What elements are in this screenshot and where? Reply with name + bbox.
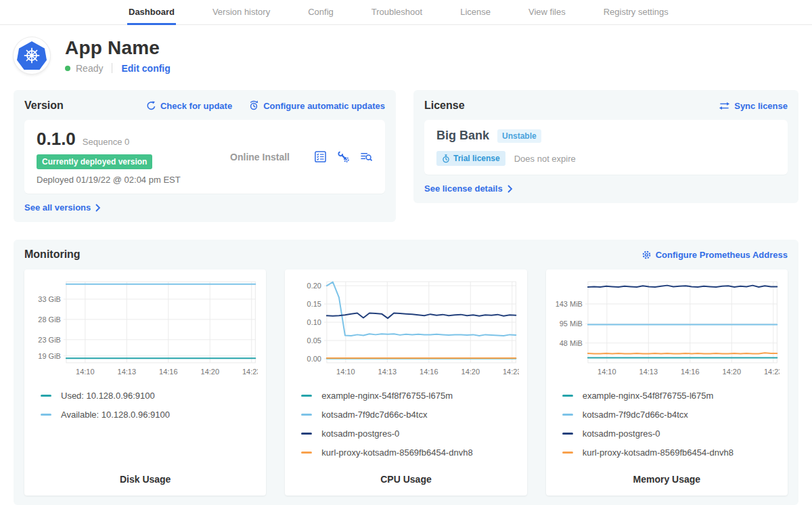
license-name-row: Big Bank Unstable — [436, 129, 775, 143]
legend-color-dash — [562, 395, 573, 397]
tab-view-files[interactable]: View files — [527, 0, 567, 25]
tab-troubleshoot[interactable]: Troubleshoot — [370, 0, 424, 25]
customer-name: Big Bank — [436, 129, 489, 143]
chevron-right-icon — [95, 204, 101, 212]
memory-usage-plot: 14:1014:1314:1614:2014:2348 MiB95 MiB143… — [554, 278, 780, 380]
svg-text:14:23: 14:23 — [503, 368, 518, 376]
svg-text:14:10: 14:10 — [597, 368, 616, 376]
legend-color-dash — [301, 452, 312, 454]
chevron-right-icon — [508, 185, 513, 193]
cpu-usage-card: 14:1014:1314:1614:2014:230.000.050.100.1… — [285, 269, 526, 496]
charts-row: 14:1014:1314:1614:2014:2319 GiB23 GiB28 … — [24, 269, 788, 496]
version-card-header: Version Check for update — [24, 100, 385, 112]
memory-usage-title: Memory Usage — [554, 468, 780, 489]
cpu-usage-chart: 14:1014:1314:1614:2014:230.000.050.100.1… — [293, 278, 518, 380]
svg-text:48 MiB: 48 MiB — [559, 339, 582, 347]
svg-text:14:16: 14:16 — [159, 368, 177, 376]
memory-usage-chart: 14:1014:1314:1614:2014:2348 MiB95 MiB143… — [554, 278, 780, 380]
disk-usage-card: 14:1014:1314:1614:2014:2319 GiB23 GiB28 … — [24, 269, 266, 496]
configure-automatic-updates-link[interactable]: Configure automatic updates — [248, 100, 385, 111]
check-for-update-link[interactable]: Check for update — [146, 101, 232, 111]
deploy-logs-icon[interactable] — [360, 150, 373, 163]
legend-label: kotsadm-postgres-0 — [583, 429, 660, 439]
kubernetes-heptagon-icon — [17, 41, 47, 70]
edit-config-link[interactable]: Edit config — [121, 63, 170, 74]
see-license-details-link[interactable]: See license details — [424, 183, 513, 194]
legend-item: kotsadm-7f9dc7d66c-b4tcx — [301, 410, 518, 420]
legend-color-dash — [562, 452, 573, 454]
version-info: 0.1.0 Sequence 0 Currently deployed vers… — [37, 129, 206, 185]
license-title: License — [424, 100, 465, 112]
svg-text:0.05: 0.05 — [307, 336, 321, 345]
svg-text:95 MiB: 95 MiB — [559, 320, 582, 328]
svg-text:14:16: 14:16 — [420, 368, 438, 376]
top-tab-bar: Dashboard Version history Config Trouble… — [0, 0, 812, 25]
svg-text:14:10: 14:10 — [76, 368, 94, 376]
disk-usage-plot: 14:1014:1314:1614:2014:2319 GiB23 GiB28 … — [32, 278, 258, 380]
tab-version-history[interactable]: Version history — [211, 0, 271, 25]
tab-registry-settings[interactable]: Registry settings — [602, 0, 670, 25]
version-action-icons — [314, 150, 373, 163]
legend-item: kotsadm-postgres-0 — [301, 429, 518, 439]
cpu-usage-title: CPU Usage — [293, 468, 518, 489]
monitoring-title: Monitoring — [24, 248, 81, 261]
disk-usage-legend: Used: 10.128.0.96:9100Available: 10.128.… — [32, 391, 258, 420]
legend-label: kotsadm-7f9dc7d66c-b4tcx — [321, 410, 427, 420]
trial-license-label: Trial license — [453, 154, 500, 163]
configure-prometheus-link[interactable]: Configure Prometheus Address — [641, 250, 788, 260]
memory-usage-card: 14:1014:1314:1614:2014:2348 MiB95 MiB143… — [546, 269, 788, 496]
sync-license-link[interactable]: Sync license — [719, 101, 788, 111]
svg-text:14:10: 14:10 — [336, 368, 355, 376]
svg-text:14:13: 14:13 — [118, 368, 136, 376]
svg-text:14:20: 14:20 — [722, 368, 740, 376]
status-dot-icon — [65, 66, 70, 71]
legend-label: kurl-proxy-kotsadm-8569fb6454-dnvh8 — [321, 447, 472, 458]
legend-color-dash — [562, 433, 573, 435]
version-number-row: 0.1.0 Sequence 0 — [37, 129, 206, 150]
legend-item: Available: 10.128.0.96:9100 — [41, 410, 258, 420]
monitoring-section: Monitoring Configure Prometheus Address … — [14, 240, 798, 505]
status-label: Ready — [76, 63, 103, 74]
gear-icon — [641, 250, 652, 260]
legend-color-dash — [562, 414, 573, 416]
legend-item: kotsadm-7f9dc7d66c-b4tcx — [562, 410, 780, 420]
legend-color-dash — [41, 414, 51, 416]
svg-text:14:23: 14:23 — [242, 368, 258, 376]
disk-usage-chart: 14:1014:1314:1614:2014:2319 GiB23 GiB28 … — [32, 278, 258, 380]
tab-license[interactable]: License — [459, 0, 492, 25]
svg-text:14:16: 14:16 — [681, 368, 699, 376]
legend-color-dash — [41, 395, 51, 397]
legend-item: example-nginx-54f8f76755-l675m — [562, 391, 780, 401]
divider — [112, 63, 112, 73]
helm-wheel-icon — [22, 45, 42, 66]
legend-item: kurl-proxy-kotsadm-8569fb6454-dnvh8 — [562, 447, 780, 458]
sync-license-label: Sync license — [734, 101, 788, 111]
kots-dashboard-page: Dashboard Version history Config Trouble… — [0, 0, 812, 505]
version-header-links: Check for update Configure automatic upd… — [146, 100, 385, 111]
config-wrench-gear-icon[interactable] — [337, 150, 350, 163]
cpu-usage-legend: example-nginx-54f8f76755-l675mkotsadm-7f… — [293, 391, 518, 458]
legend-label: kotsadm-7f9dc7d66c-b4tcx — [583, 410, 688, 420]
legend-item: kotsadm-postgres-0 — [562, 429, 780, 439]
trial-license-badge: Trial license — [436, 151, 505, 166]
refresh-icon — [146, 101, 156, 111]
see-all-versions-link[interactable]: See all versions — [24, 202, 101, 213]
sync-icon — [719, 102, 730, 110]
version-title: Version — [24, 100, 64, 112]
version-number: 0.1.0 — [37, 129, 76, 150]
preflight-checks-icon[interactable] — [314, 150, 327, 163]
currently-deployed-badge: Currently deployed version — [37, 154, 152, 169]
tab-dashboard[interactable]: Dashboard — [127, 0, 176, 25]
cpu-usage-plot: 14:1014:1314:1614:2014:230.000.050.100.1… — [293, 278, 518, 380]
license-card: License Sync license Big Bank Unstable — [413, 90, 798, 203]
app-status-row: Ready Edit config — [65, 63, 171, 74]
legend-item: Used: 10.128.0.96:9100 — [41, 391, 258, 401]
tab-config[interactable]: Config — [307, 0, 335, 25]
legend-color-dash — [301, 395, 312, 397]
svg-text:14:23: 14:23 — [764, 368, 780, 376]
disk-usage-title: Disk Usage — [32, 468, 258, 489]
clock-refresh-icon — [248, 100, 259, 111]
cards-row: Version Check for update — [0, 78, 812, 222]
configure-prometheus-label: Configure Prometheus Address — [656, 250, 788, 260]
deployed-timestamp: Deployed 01/19/22 @ 02:04 pm EST — [37, 175, 206, 185]
